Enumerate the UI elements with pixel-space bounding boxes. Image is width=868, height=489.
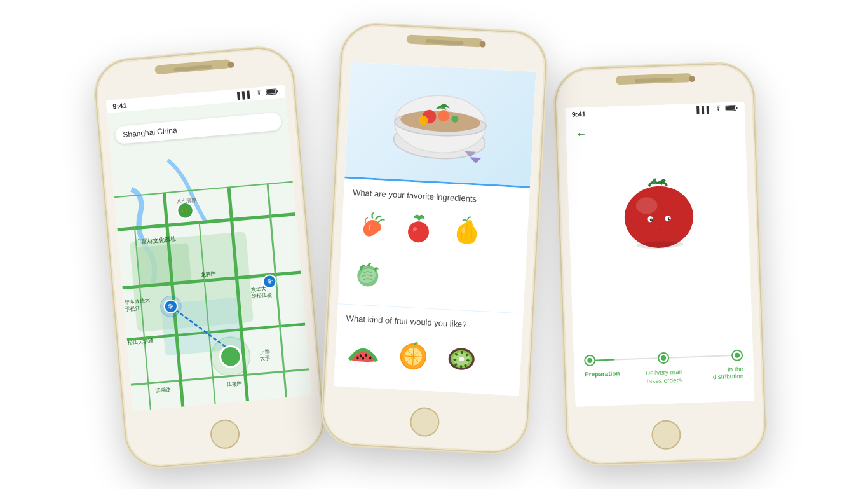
pepper-item[interactable] — [447, 211, 487, 251]
map-search-text: Shanghai China — [123, 125, 177, 139]
signal-icon: ▌▌▌ — [237, 90, 252, 99]
kiwi-item[interactable] — [440, 336, 480, 376]
svg-text:东华大: 东华大 — [250, 286, 266, 293]
svg-text:上海: 上海 — [259, 348, 270, 355]
svg-rect-5 — [137, 243, 192, 286]
ingredients-question: What are your favorite ingredients — [353, 188, 520, 206]
map-view: Shanghai China — [107, 97, 311, 411]
step-2-label: Delivery man takes orders — [639, 367, 690, 385]
svg-text:江筱路: 江筱路 — [226, 380, 242, 387]
progress-dot-3 — [731, 349, 743, 361]
home-button-2[interactable] — [409, 406, 440, 437]
svg-text:学松江: 学松江 — [125, 305, 140, 312]
section-divider-2 — [338, 303, 524, 313]
svg-text:大学: 大学 — [260, 355, 271, 361]
progress-dot-2 — [658, 352, 670, 364]
svg-text:🌿: 🌿 — [182, 207, 190, 215]
orange-item[interactable] — [391, 334, 431, 374]
home-button-1[interactable] — [209, 418, 241, 450]
svg-rect-78 — [726, 106, 735, 109]
home-button-3[interactable] — [651, 420, 682, 450]
step-3-label: In the distribution — [699, 365, 744, 383]
ingredients-row — [348, 206, 520, 301]
phone-camera-2 — [479, 41, 486, 48]
svg-text:龙腾路: 龙腾路 — [200, 270, 216, 277]
phone-camera — [227, 61, 234, 68]
svg-text:滨湖路: 滨湖路 — [155, 387, 171, 394]
wifi-icon-3 — [714, 105, 722, 113]
phone-1-screen: 9:41 ▌▌▌ Shanghai China — [106, 85, 312, 411]
order-screen: 9:41 ▌▌▌ ← — [565, 102, 754, 407]
progress-tracker: Preparation Delivery man takes orders In… — [574, 348, 754, 387]
step-1-label: Preparation — [585, 369, 630, 387]
phone-2-screen: What are your favorite ingredients — [334, 62, 536, 396]
phone-3: 9:41 ▌▌▌ ← — [555, 63, 765, 464]
fruits-row — [344, 331, 513, 378]
svg-text:学: 学 — [267, 279, 273, 285]
phone-1: 9:41 ▌▌▌ Shanghai China — [93, 46, 325, 469]
svg-rect-2 — [266, 89, 275, 93]
status-icons-1: ▌▌▌ — [237, 88, 279, 99]
svg-point-48 — [407, 220, 430, 242]
phone-2: What are your favorite ingredients — [322, 24, 546, 453]
watermelon-item[interactable] — [344, 331, 384, 371]
battery-icon — [266, 88, 279, 97]
svg-point-79 — [623, 184, 695, 249]
tomato-item[interactable] — [398, 209, 438, 249]
carrot-item[interactable] — [350, 206, 390, 246]
svg-text:学: 学 — [168, 303, 174, 310]
progress-dot-1 — [584, 354, 596, 366]
phone-3-screen: 9:41 ▌▌▌ ← — [565, 102, 754, 407]
food-screen: What are your favorite ingredients — [334, 62, 536, 396]
cabbage-item[interactable] — [348, 254, 388, 294]
time-display: 9:41 — [112, 101, 127, 110]
food-top-image — [344, 62, 536, 186]
battery-icon-3 — [725, 104, 738, 113]
phone-camera-3 — [689, 75, 695, 81]
tomato-container — [566, 138, 750, 272]
status-icons-3: ▌▌▌ — [696, 104, 738, 113]
fruit-question: What kind of fruit would you like? — [346, 313, 513, 331]
wifi-icon — [254, 89, 264, 97]
time-display-3: 9:41 — [572, 109, 586, 118]
signal-icon-3: ▌▌▌ — [696, 106, 712, 114]
progress-labels: Preparation Delivery man takes orders In… — [585, 365, 744, 387]
ingredients-section: What are your favorite ingredients — [334, 178, 530, 396]
